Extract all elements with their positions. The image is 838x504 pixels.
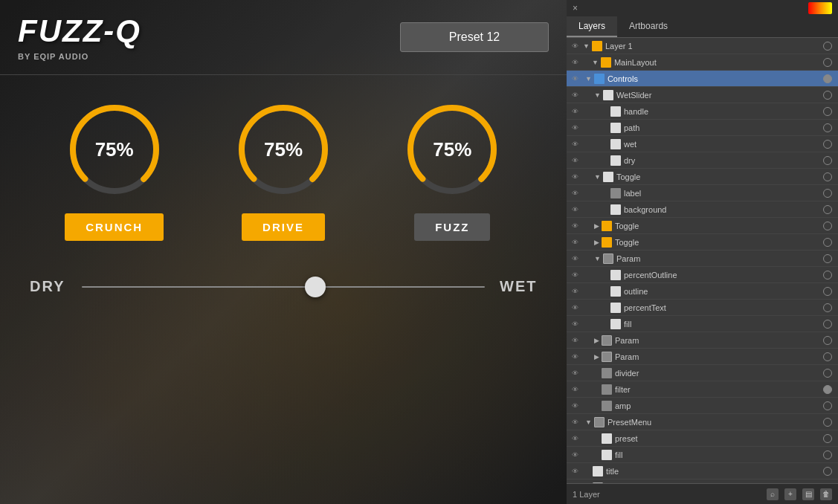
layer-options-circle[interactable] (823, 189, 832, 198)
layer-visibility-icon[interactable]: 👁 (567, 152, 583, 169)
layer-options-circle[interactable] (823, 140, 832, 149)
layer-visibility-icon[interactable]: 👁 (567, 234, 583, 251)
layer-options-circle[interactable] (823, 58, 832, 67)
layer-row[interactable]: 👁▶Param (567, 332, 838, 349)
layer-expand-icon[interactable]: ▶ (594, 239, 599, 246)
slider-track-container[interactable] (82, 280, 485, 294)
layer-options-circle[interactable] (823, 172, 832, 181)
layer-row[interactable]: 👁▶Toggle (567, 218, 838, 234)
layer-visibility-icon[interactable]: 👁 (567, 316, 583, 332)
layer-options-circle[interactable] (823, 467, 832, 476)
layer-visibility-icon[interactable]: 👁 (567, 349, 583, 365)
layer-visibility-icon[interactable]: 👁 (567, 430, 583, 447)
layer-row[interactable]: 👁▼Layer 1 (567, 38, 838, 54)
layer-visibility-icon[interactable]: 👁 (567, 103, 583, 120)
layer-visibility-icon[interactable]: 👁 (567, 87, 583, 103)
layer-options-circle[interactable] (823, 74, 832, 83)
layer-row[interactable]: 👁▼Controls (567, 71, 838, 87)
layer-visibility-icon[interactable]: 👁 (567, 447, 583, 463)
slider-thumb[interactable] (305, 277, 326, 297)
layer-row[interactable]: 👁▶percentText (567, 300, 838, 316)
layer-visibility-icon[interactable]: 👁 (567, 332, 583, 349)
new-layer-icon[interactable]: + (784, 488, 796, 500)
layer-expand-icon[interactable]: ▶ (594, 337, 599, 344)
layer-row[interactable]: 👁▶amp (567, 398, 838, 414)
layer-expand-icon[interactable]: ▼ (585, 75, 592, 83)
layer-row[interactable]: 👁▶label (567, 185, 838, 201)
layer-visibility-icon[interactable]: 👁 (567, 185, 583, 201)
layer-row[interactable]: 👁▶Param (567, 349, 838, 365)
layer-expand-icon[interactable]: ▼ (583, 42, 590, 50)
layer-row[interactable]: 👁▶preset (567, 430, 838, 447)
knob-label-btn-crunch[interactable]: CRUNCH (65, 213, 164, 241)
layer-visibility-icon[interactable]: 👁 (567, 71, 583, 87)
layer-options-circle[interactable] (823, 336, 832, 345)
layer-row[interactable]: 👁▶divider (567, 365, 838, 381)
layer-row[interactable]: 👁▼Param (567, 251, 838, 267)
layer-options-circle[interactable] (823, 222, 832, 230)
layer-options-circle[interactable] (823, 320, 832, 329)
layer-visibility-icon[interactable]: 👁 (567, 54, 583, 71)
layer-options-circle[interactable] (823, 450, 832, 459)
layer-row[interactable]: 👁▶Toggle (567, 234, 838, 251)
layer-options-circle[interactable] (823, 434, 832, 443)
layer-visibility-icon[interactable]: 👁 (567, 283, 583, 300)
layer-expand-icon[interactable]: ▼ (594, 91, 601, 99)
layer-row[interactable]: 👁▶handle (567, 103, 838, 120)
layer-row[interactable]: 👁▶path (567, 120, 838, 136)
layer-options-circle[interactable] (823, 401, 832, 410)
delete-icon[interactable]: 🗑 (820, 488, 832, 500)
layer-row[interactable]: 👁▶title (567, 463, 838, 479)
knob-drive[interactable]: 75% (231, 97, 335, 201)
layer-expand-icon[interactable]: ▼ (594, 173, 601, 181)
layer-options-circle[interactable] (823, 352, 832, 361)
preset-display[interactable]: Preset 12 (400, 22, 549, 52)
layer-visibility-icon[interactable]: 👁 (567, 218, 583, 234)
layer-expand-icon[interactable]: ▶ (594, 222, 599, 230)
layer-options-circle[interactable] (823, 385, 832, 394)
layer-expand-icon[interactable]: ▼ (585, 419, 592, 426)
folder-icon[interactable]: ▤ (802, 488, 814, 500)
layer-expand-icon[interactable]: ▼ (592, 59, 599, 66)
layer-row[interactable]: 👁▶outline (567, 283, 838, 300)
layer-row[interactable]: 👁▶background (567, 201, 838, 218)
layer-expand-icon[interactable]: ▶ (594, 353, 599, 361)
knob-label-btn-drive[interactable]: DRIVE (242, 213, 325, 241)
tab-artboards[interactable]: Artboards (617, 16, 680, 37)
layer-options-circle[interactable] (823, 369, 832, 378)
search-icon[interactable]: ⌕ (767, 488, 779, 500)
knob-crunch[interactable]: 75% (62, 97, 167, 201)
layer-visibility-icon[interactable]: 👁 (567, 414, 583, 430)
layer-options-circle[interactable] (823, 287, 832, 296)
layer-visibility-icon[interactable]: 👁 (567, 201, 583, 218)
layer-row[interactable]: 👁▼MainLayout (567, 54, 838, 71)
tab-layers[interactable]: Layers (567, 16, 617, 37)
layer-visibility-icon[interactable]: 👁 (567, 267, 583, 283)
knob-label-btn-fuzz[interactable]: FUZZ (414, 213, 490, 241)
layer-visibility-icon[interactable]: 👁 (567, 120, 583, 136)
close-button[interactable]: × (573, 3, 578, 13)
layer-options-circle[interactable] (823, 254, 832, 263)
layer-row[interactable]: 👁▶filter (567, 381, 838, 398)
layer-options-circle[interactable] (823, 42, 832, 51)
layer-expand-icon[interactable]: ▼ (594, 255, 601, 262)
layer-options-circle[interactable] (823, 418, 832, 427)
layer-options-circle[interactable] (823, 238, 832, 247)
layer-row[interactable]: 👁▼Toggle (567, 169, 838, 185)
layer-options-circle[interactable] (823, 123, 832, 132)
layer-visibility-icon[interactable]: 👁 (567, 398, 583, 414)
layer-options-circle[interactable] (823, 303, 832, 312)
layer-visibility-icon[interactable]: 👁 (567, 38, 583, 54)
layer-options-circle[interactable] (823, 205, 832, 214)
layer-row[interactable]: 👁▶dry (567, 152, 838, 169)
layers-scroll[interactable]: 👁▼Layer 1👁▼MainLayout👁▼Controls👁▼WetSlid… (567, 38, 838, 483)
knob-fuzz[interactable]: 75% (400, 97, 504, 201)
layer-visibility-icon[interactable]: 👁 (567, 381, 583, 398)
layer-options-circle[interactable] (823, 91, 832, 100)
layer-visibility-icon[interactable]: 👁 (567, 365, 583, 381)
layer-visibility-icon[interactable]: 👁 (567, 169, 583, 185)
layer-visibility-icon[interactable]: 👁 (567, 136, 583, 152)
layer-options-circle[interactable] (823, 156, 832, 165)
layer-options-circle[interactable] (823, 271, 832, 280)
layer-row[interactable]: 👁▶fill (567, 316, 838, 332)
